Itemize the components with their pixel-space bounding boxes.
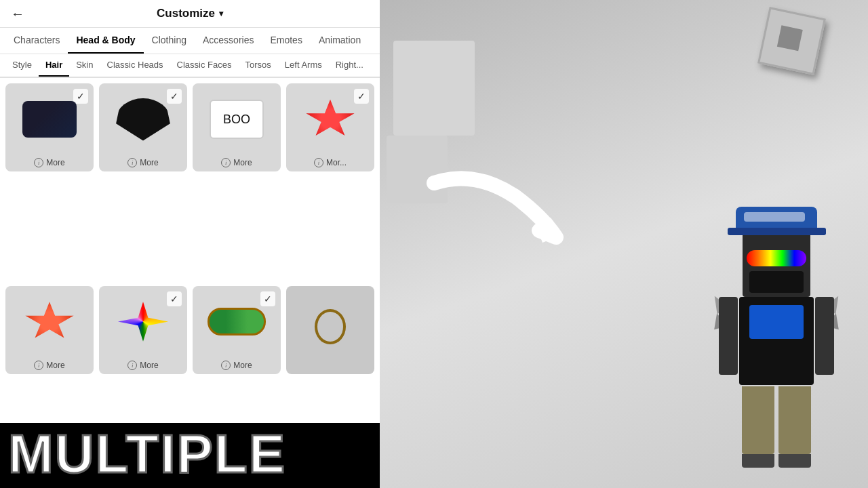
more-label: i More bbox=[34, 358, 64, 374]
list-item[interactable]: ✓ i More bbox=[193, 286, 281, 374]
info-icon[interactable]: i bbox=[34, 361, 43, 370]
right-panel bbox=[380, 0, 868, 488]
item-image: BOO bbox=[193, 83, 281, 155]
more-text: More bbox=[46, 158, 64, 167]
multiple-text: MULTIPLE bbox=[8, 428, 369, 480]
character-body bbox=[739, 297, 814, 385]
tab-characters[interactable]: Characters bbox=[5, 28, 68, 54]
customize-panel: ← Customize ▾ Characters Head & Body Clo… bbox=[0, 0, 380, 488]
chevron-down-icon[interactable]: ▾ bbox=[219, 9, 223, 18]
more-label: i Mor... bbox=[314, 155, 347, 171]
list-item[interactable]: ✓ i More bbox=[5, 83, 94, 171]
subtab-skin[interactable]: Skin bbox=[69, 54, 100, 77]
left-arm bbox=[719, 297, 738, 375]
arrow-icon bbox=[420, 163, 597, 251]
character-feet bbox=[739, 454, 814, 468]
hat-stripe bbox=[744, 212, 805, 222]
tab-emotes[interactable]: Emotes bbox=[262, 28, 310, 54]
more-label: i More bbox=[34, 155, 64, 171]
page-title: Customize bbox=[157, 7, 215, 20]
title-area: Customize ▾ bbox=[157, 7, 223, 20]
right-arm bbox=[815, 297, 834, 375]
item-bandana-img bbox=[116, 98, 170, 141]
character-hat bbox=[736, 207, 817, 235]
tab-accessories[interactable]: Accessories bbox=[195, 28, 262, 54]
info-icon[interactable]: i bbox=[127, 361, 137, 370]
subtab-left-arms[interactable]: Left Arms bbox=[278, 54, 329, 77]
character-figure bbox=[739, 232, 814, 468]
info-icon[interactable]: i bbox=[34, 158, 43, 167]
item-monocle-img bbox=[315, 309, 346, 344]
hat-brim bbox=[728, 228, 826, 235]
subtab-classic-faces[interactable]: Classic Faces bbox=[170, 54, 239, 77]
bg-box1 bbox=[393, 41, 475, 136]
head-box bbox=[743, 232, 810, 297]
top-bar: ← Customize ▾ bbox=[0, 0, 380, 28]
more-text: More bbox=[233, 361, 252, 370]
more-label: i More bbox=[221, 155, 252, 171]
list-item[interactable]: ✓ i More bbox=[99, 286, 187, 374]
character-glasses bbox=[747, 250, 806, 266]
more-label: i More bbox=[221, 358, 252, 374]
tab-animation[interactable]: Animation bbox=[311, 28, 369, 54]
list-item[interactable]: BOO i More bbox=[193, 83, 281, 171]
more-text: More bbox=[140, 158, 158, 167]
item-sunglasses-img bbox=[22, 101, 77, 138]
subtab-style[interactable]: Style bbox=[5, 54, 39, 77]
left-leg bbox=[742, 386, 774, 454]
check-icon: ✓ bbox=[354, 89, 369, 104]
subtab-torsos[interactable]: Torsos bbox=[239, 54, 278, 77]
info-icon[interactable]: i bbox=[314, 158, 323, 167]
more-text: More bbox=[233, 158, 252, 167]
left-foot bbox=[742, 454, 774, 468]
check-icon: ✓ bbox=[260, 291, 275, 306]
nav-tabs: Characters Head & Body Clothing Accessor… bbox=[0, 28, 380, 54]
subtab-hair[interactable]: Hair bbox=[39, 54, 69, 77]
roblox-logo bbox=[763, 12, 821, 70]
multiple-overlay: MULTIPLE bbox=[0, 423, 380, 488]
subtab-right[interactable]: Right... bbox=[329, 54, 370, 77]
item-image bbox=[286, 286, 374, 367]
list-item[interactable]: ✓ i More bbox=[99, 83, 187, 171]
body-stripe bbox=[749, 305, 804, 339]
check-icon: ✓ bbox=[167, 89, 182, 104]
info-icon[interactable]: i bbox=[127, 158, 137, 167]
back-button[interactable]: ← bbox=[11, 6, 24, 22]
item-star-red2-img bbox=[24, 302, 75, 342]
subtab-classic-heads[interactable]: Classic Heads bbox=[100, 54, 170, 77]
item-boo-img: BOO bbox=[210, 100, 264, 140]
list-item[interactable]: ✓ i Mor... bbox=[286, 83, 374, 171]
check-icon: ✓ bbox=[167, 291, 182, 306]
item-goggles-img bbox=[208, 308, 266, 336]
sub-tabs: Style Hair Skin Classic Heads Classic Fa… bbox=[0, 54, 380, 78]
tab-clothing[interactable]: Clothing bbox=[144, 28, 195, 54]
item-spiky-rainbow-img bbox=[118, 302, 168, 342]
check-icon: ✓ bbox=[73, 89, 88, 104]
item-star-red-img bbox=[305, 100, 355, 140]
tab-head-body[interactable]: Head & Body bbox=[68, 28, 143, 54]
more-text: More bbox=[140, 361, 158, 370]
character-mask bbox=[749, 271, 804, 293]
item-image bbox=[5, 286, 94, 358]
list-item[interactable]: i More bbox=[5, 286, 94, 374]
character-legs bbox=[739, 386, 814, 454]
more-text: Mor... bbox=[326, 158, 347, 167]
right-leg bbox=[778, 386, 811, 454]
list-item[interactable] bbox=[286, 286, 374, 374]
character-head bbox=[743, 232, 810, 297]
right-foot bbox=[778, 454, 811, 468]
more-label: i More bbox=[127, 358, 158, 374]
more-label: i More bbox=[127, 155, 158, 171]
more-text: More bbox=[46, 361, 64, 370]
info-icon[interactable]: i bbox=[221, 361, 231, 370]
info-icon[interactable]: i bbox=[221, 158, 231, 167]
